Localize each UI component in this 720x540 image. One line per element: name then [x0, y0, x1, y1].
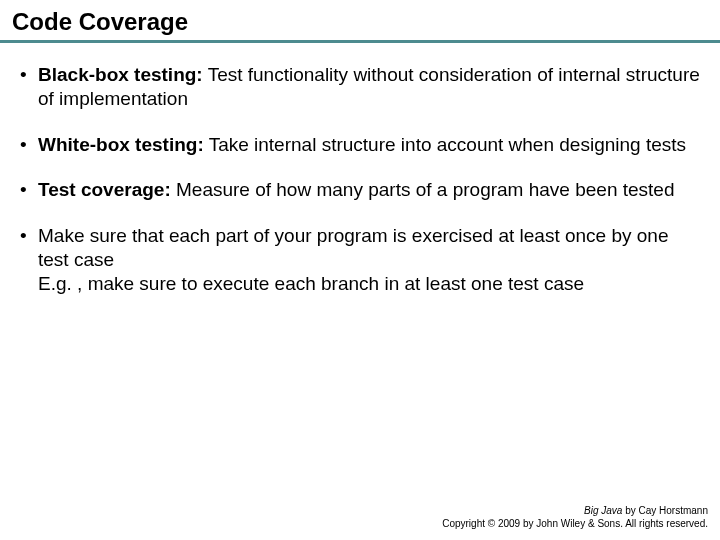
bullet-text: Make sure that each part of your program…	[38, 224, 700, 295]
footer-author: by Cay Horstmann	[622, 505, 708, 516]
footer-line-1: Big Java by Cay Horstmann	[442, 504, 708, 517]
bullet-item: • Test coverage: Measure of how many par…	[20, 178, 700, 202]
description: Measure of how many parts of a program h…	[171, 179, 675, 200]
bullet-marker: •	[20, 178, 38, 202]
bullet-marker: •	[20, 63, 38, 87]
footer-copyright: Copyright © 2009 by John Wiley & Sons. A…	[442, 517, 708, 530]
bullet-item: • Black-box testing: Test functionality …	[20, 63, 700, 111]
term: Black-box testing:	[38, 64, 203, 85]
bullet-text: White-box testing: Take internal structu…	[38, 133, 700, 157]
footer: Big Java by Cay Horstmann Copyright © 20…	[442, 504, 708, 530]
bullet-marker: •	[20, 224, 38, 248]
term: Test coverage:	[38, 179, 171, 200]
bullet-item: • Make sure that each part of your progr…	[20, 224, 700, 295]
description: Make sure that each part of your program…	[38, 225, 669, 270]
content-area: • Black-box testing: Test functionality …	[0, 63, 720, 295]
bullet-marker: •	[20, 133, 38, 157]
bullet-text: Test coverage: Measure of how many parts…	[38, 178, 700, 202]
bullet-item: • White-box testing: Take internal struc…	[20, 133, 700, 157]
description: Take internal structure into account whe…	[204, 134, 686, 155]
book-title: Big Java	[584, 505, 622, 516]
slide-title: Code Coverage	[0, 0, 720, 43]
term: White-box testing:	[38, 134, 204, 155]
bullet-text: Black-box testing: Test functionality wi…	[38, 63, 700, 111]
description-extra: E.g. , make sure to execute each branch …	[38, 273, 584, 294]
